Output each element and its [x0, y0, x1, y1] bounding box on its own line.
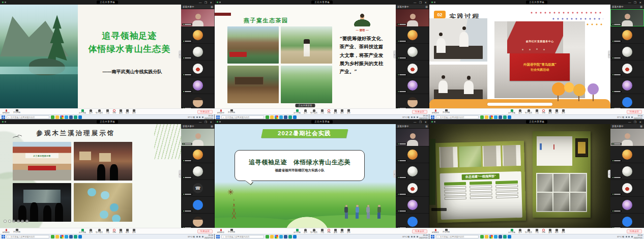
app-icon-blue[interactable] — [279, 115, 283, 119]
taskbar-clock[interactable]: 19:242022/7/21 — [419, 115, 428, 119]
toolbar-button[interactable]: 直播 — [119, 229, 123, 233]
app-icon-meeting[interactable] — [293, 235, 297, 238]
toolbar-button[interactable]: 录制 — [112, 109, 116, 114]
tray-icon[interactable] — [199, 116, 200, 118]
system-tray[interactable]: 37°C 晴 19:242022/7/21 — [188, 115, 213, 119]
tray-icon[interactable] — [626, 236, 627, 237]
participant-tile[interactable] — [181, 44, 215, 60]
toolbar-button[interactable]: 直播 — [119, 109, 123, 114]
participant-tile[interactable] — [610, 163, 644, 180]
toolbar-button[interactable]: 聊天 — [340, 229, 344, 233]
presenter-controls[interactable] — [4, 220, 28, 223]
app-icon-teal[interactable] — [288, 115, 292, 119]
app-icon-browser[interactable] — [60, 235, 64, 238]
app-icon-blue[interactable] — [65, 235, 68, 238]
app-icon-word[interactable] — [69, 115, 73, 119]
presenter-control-button[interactable] — [12, 220, 15, 223]
app-icon-folder[interactable] — [270, 115, 274, 119]
toolbar-button[interactable]: 直播 — [548, 109, 552, 114]
app-icon-meeting[interactable] — [78, 235, 82, 238]
app-icon-teal[interactable] — [288, 235, 292, 238]
camera-button[interactable]: 开启视频 — [13, 229, 20, 233]
camera-button[interactable]: 开启视频 — [443, 229, 450, 233]
app-icon-browser[interactable] — [489, 235, 493, 238]
layout-icon[interactable]: ▦ — [640, 5, 642, 8]
taskbar-search[interactable]: ⌕在这里输入你要搜索的内容 — [7, 115, 49, 119]
participant-tile[interactable] — [181, 197, 215, 213]
app-icon-green[interactable] — [480, 235, 484, 238]
toolbar-button[interactable]: 设置 — [562, 109, 565, 114]
toolbar-button[interactable]: 邀请 — [518, 229, 522, 233]
tray-icon[interactable] — [196, 236, 198, 237]
participant-tile[interactable] — [181, 61, 215, 77]
tray-icon[interactable] — [414, 116, 415, 118]
app-icon-green[interactable] — [266, 115, 269, 119]
participant-video[interactable] — [181, 129, 215, 146]
toolbar-button[interactable]: 管理成员 — [525, 229, 532, 233]
taskbar-search[interactable]: ⌕在这里输入你要搜索的内容 — [221, 235, 264, 238]
tray-icon[interactable] — [411, 116, 413, 118]
app-icon-meeting[interactable] — [78, 115, 82, 119]
app-icon-folder[interactable] — [485, 235, 488, 238]
app-icon-folder[interactable] — [270, 235, 274, 238]
system-tray[interactable]: 37°C 晴 19:242022/7/21 — [188, 234, 213, 238]
toolbar-button[interactable]: 共享屏幕 — [79, 109, 86, 114]
toolbar-button[interactable]: 管理成员 — [310, 109, 317, 114]
unmute-button[interactable]: 解除静音 — [3, 109, 10, 114]
toolbar-button[interactable]: 文档 — [535, 109, 539, 114]
toolbar-button[interactable]: 邀请 — [304, 109, 307, 114]
presenter-control-button[interactable] — [8, 220, 11, 223]
app-icon-blue[interactable] — [65, 115, 68, 119]
unmute-button[interactable]: 解除静音 — [3, 229, 10, 233]
window-controls[interactable]: — ❐ ✕ — [199, 1, 213, 4]
sidebar-collapse-handle[interactable]: ‹ — [393, 170, 396, 178]
toolbar-button[interactable]: 文档 — [106, 109, 109, 114]
window-controls[interactable]: — ❐ ✕ — [199, 121, 213, 124]
participant-tile[interactable] — [181, 180, 215, 196]
sidebar-collapse-handle[interactable]: ‹ — [179, 50, 181, 58]
taskbar-search[interactable]: ⌕在这里输入你要搜索的内容 — [436, 115, 479, 119]
participant-tile[interactable] — [610, 77, 644, 94]
app-icon-green[interactable] — [51, 115, 54, 119]
window-controls[interactable]: — ❐ ✕ — [628, 1, 642, 4]
participant-tile[interactable] — [610, 27, 644, 43]
participant-video[interactable] — [181, 9, 215, 26]
app-icon-word[interactable] — [284, 115, 287, 119]
end-meeting-button[interactable]: 结束会议 — [197, 110, 213, 114]
toolbar-button[interactable]: 共享屏幕 — [508, 229, 515, 233]
toolbar-button[interactable]: 录制 — [112, 229, 116, 233]
participant-tile[interactable] — [396, 180, 429, 196]
participant-tile[interactable] — [610, 146, 644, 163]
tray-icon[interactable] — [202, 236, 203, 237]
toolbar-button[interactable]: 邀请 — [89, 109, 93, 114]
taskbar-clock[interactable]: 19:242022/7/21 — [634, 234, 642, 238]
app-icon-browser[interactable] — [275, 115, 278, 119]
toolbar-button[interactable]: 录制 — [327, 229, 331, 233]
participant-tile[interactable] — [396, 146, 429, 163]
weather-widget[interactable]: 37°C 晴 — [402, 235, 409, 238]
layout-icon[interactable]: ▦ — [211, 5, 213, 8]
app-icon-blue[interactable] — [494, 115, 497, 119]
end-meeting-button[interactable]: 结束会议 — [412, 110, 427, 114]
sidebar-collapse-handle[interactable]: ‹ — [179, 170, 181, 178]
participant-video[interactable] — [396, 9, 429, 26]
camera-button[interactable]: 开启视频 — [443, 109, 450, 114]
app-icon-folder[interactable] — [55, 235, 59, 238]
app-icon-teal[interactable] — [74, 235, 77, 238]
end-meeting-button[interactable]: 结束会议 — [197, 229, 213, 233]
toolbar-button[interactable]: 聊天 — [340, 109, 344, 114]
participant-tile[interactable] — [396, 197, 429, 213]
toolbar-button[interactable]: 设置 — [347, 229, 350, 233]
sidebar-collapse-handle[interactable]: ‹ — [393, 50, 396, 58]
toolbar-button[interactable]: 设置 — [132, 109, 136, 114]
taskbar-clock[interactable]: 19:242022/7/21 — [204, 115, 213, 119]
participant-video[interactable] — [396, 129, 429, 146]
taskbar-clock[interactable]: 19:242022/7/21 — [634, 115, 642, 119]
toolbar-button[interactable]: 录制 — [327, 109, 331, 114]
participant-tile[interactable] — [610, 61, 644, 77]
participant-tile[interactable] — [610, 180, 644, 196]
participant-tile[interactable] — [181, 146, 215, 163]
presenter-control-button[interactable] — [4, 220, 7, 223]
start-button-icon[interactable] — [216, 235, 220, 238]
start-button-icon[interactable] — [216, 115, 220, 119]
